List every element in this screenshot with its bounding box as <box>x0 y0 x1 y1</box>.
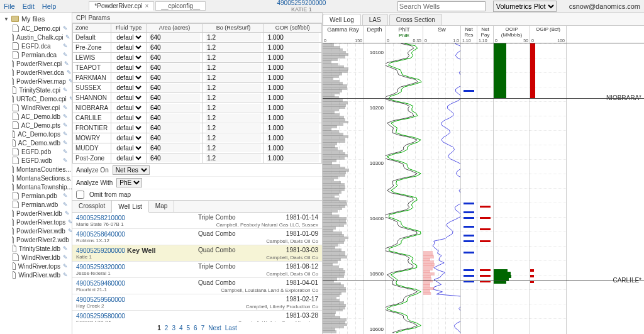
cpi-gor-input[interactable] <box>267 33 319 42</box>
sidebar-file[interactable]: EGFD.pdb✎ <box>0 147 72 156</box>
sidebar-file[interactable]: AC_Demo.tops✎ <box>0 130 72 138</box>
cpi-gor-input[interactable] <box>267 84 319 92</box>
well-row[interactable]: 49005259580000Federal 13X-8A1981-03-28Ca… <box>72 311 322 322</box>
cpi-fluid-select[interactable]: default (Oil) <box>114 94 143 102</box>
cpi-area-input[interactable] <box>149 74 200 82</box>
sidebar-file[interactable]: PowderRiver.cpi✎ <box>0 59 72 68</box>
cpi-area-input[interactable] <box>149 124 200 132</box>
cpi-bo-input[interactable] <box>206 33 261 42</box>
tab-welllog[interactable]: Well Log <box>323 14 361 25</box>
sidebar-file[interactable]: PowderRiver.ldb✎ <box>0 209 72 218</box>
edit-icon[interactable]: ✎ <box>64 60 69 67</box>
cpi-fluid-select[interactable]: default (Oil) <box>114 84 143 92</box>
sidebar-root[interactable]: ▼ My files <box>0 14 72 24</box>
pager-page[interactable]: 2 <box>165 325 169 331</box>
edit-icon[interactable]: ✎ <box>63 52 68 58</box>
tab-map[interactable]: Map <box>149 201 174 212</box>
sidebar-file[interactable]: PowderRiver.dca✎ <box>0 68 72 77</box>
cpi-area-input[interactable] <box>149 43 200 52</box>
tracks-body[interactable]: 101001020010300104001050010600 NIOBRARA*… <box>323 43 644 334</box>
close-icon[interactable]: × <box>145 3 148 9</box>
sidebar-file[interactable]: WindRiver.cpi✎ <box>0 103 72 112</box>
cpi-gor-input[interactable] <box>267 144 319 152</box>
cpi-fluid-select[interactable]: default (Oil) <box>114 134 143 142</box>
edit-icon[interactable]: ✎ <box>65 34 70 40</box>
cpi-bo-input[interactable] <box>206 43 261 52</box>
edit-icon[interactable]: ✎ <box>63 272 68 278</box>
pager-last[interactable]: Last <box>225 325 237 331</box>
edit-icon[interactable]: ✎ <box>63 245 68 252</box>
sidebar-file[interactable]: Permian.wdb✎ <box>0 200 72 209</box>
cpi-gor-input[interactable] <box>267 74 319 82</box>
sidebar-file[interactable]: URTeC_Demo.cpi✎ <box>0 94 72 103</box>
search-input[interactable] <box>397 1 486 11</box>
edit-icon[interactable]: ✎ <box>67 69 72 75</box>
tab-welllist[interactable]: Well List <box>112 201 149 213</box>
cpi-bo-input[interactable] <box>206 84 261 92</box>
cpi-gor-input[interactable] <box>267 114 319 122</box>
menu-help[interactable]: Help <box>42 3 57 10</box>
cpi-bo-input[interactable] <box>206 94 261 102</box>
sidebar-file[interactable]: PowderRiver.map✎ <box>0 77 72 86</box>
cpi-fluid-select[interactable]: default (Oil) <box>114 124 143 132</box>
cpi-fluid-select[interactable]: default (Oil) <box>114 154 143 162</box>
edit-icon[interactable]: ✎ <box>63 122 68 128</box>
well-row[interactable]: 49005259200000 Key WellKatie 1Quad Combo… <box>72 245 322 262</box>
pager-page[interactable]: 3 <box>172 325 175 331</box>
cpi-area-input[interactable] <box>149 114 200 122</box>
edit-icon[interactable]: ✎ <box>69 78 72 84</box>
sidebar-file[interactable]: AC_Demo.cpi✎ <box>0 24 72 33</box>
edit-icon[interactable]: ✎ <box>63 113 68 120</box>
sidebar-file[interactable]: MontanaCounties...✎ <box>0 165 72 174</box>
cpi-bo-input[interactable] <box>206 53 261 62</box>
sidebar-file[interactable]: AC_Demo.ldb✎ <box>0 112 72 121</box>
edit-icon[interactable]: ✎ <box>63 43 68 49</box>
cpi-fluid-select[interactable]: default (Oil) <box>114 114 143 122</box>
pager-next[interactable]: Next <box>208 325 221 331</box>
cpi-area-input[interactable] <box>149 104 200 112</box>
cpi-bo-input[interactable] <box>206 74 261 82</box>
doc-tab[interactable]: *PowderRiver.cpi× <box>89 1 154 11</box>
cpi-fluid-select[interactable]: default (Oil) <box>114 33 143 42</box>
cpi-bo-input[interactable] <box>206 134 261 142</box>
cpi-gor-input[interactable] <box>267 124 319 132</box>
tab-crossplot[interactable]: Crossplot <box>72 201 112 212</box>
edit-icon[interactable]: ✎ <box>68 228 72 234</box>
sidebar-file[interactable]: PowderRiver2.wdb✎ <box>0 235 72 244</box>
sidebar-file[interactable]: Austin_Chalk.cpi✎ <box>0 33 72 42</box>
edit-icon[interactable]: ✎ <box>63 148 68 155</box>
plot-select[interactable]: Volumetrics Plot <box>493 1 557 12</box>
cpi-bo-input[interactable] <box>206 154 261 162</box>
menu-file[interactable]: File <box>4 3 15 10</box>
analyze-on-select[interactable]: Net Res <box>113 165 150 175</box>
pager-page[interactable]: 5 <box>187 325 191 331</box>
sidebar-file[interactable]: Permian.pdb✎ <box>0 191 72 200</box>
edit-icon[interactable]: ✎ <box>63 25 68 31</box>
pager-page[interactable]: 4 <box>179 325 183 331</box>
well-row[interactable]: 49005259320000Jesse-federal 1Triple Comb… <box>72 262 322 278</box>
sidebar-file[interactable]: MontanaTownship...✎ <box>0 182 72 191</box>
sidebar-file[interactable]: EGFD.wdb✎ <box>0 156 72 165</box>
sidebar-file[interactable]: WindRiver.ldb✎ <box>0 253 72 262</box>
sidebar-file[interactable]: PowderRiver.wdb✎ <box>0 226 72 235</box>
cpi-gor-input[interactable] <box>267 154 319 162</box>
edit-icon[interactable]: ✎ <box>63 201 68 208</box>
edit-icon[interactable]: ✎ <box>63 192 68 199</box>
omit-checkbox[interactable] <box>76 191 84 199</box>
cpi-fluid-select[interactable]: default (Oil) <box>114 104 143 112</box>
analyze-with-select[interactable]: PhE <box>116 178 142 187</box>
menu-edit[interactable]: Edit <box>23 3 35 10</box>
well-row[interactable]: 49005258210000Marie State 76-07B 1Triple… <box>72 213 322 229</box>
well-row[interactable]: 49005258640000Robbins 1X-12Quad Combo198… <box>72 229 322 245</box>
cpi-fluid-select[interactable]: default (Oil) <box>114 64 143 72</box>
cpi-area-input[interactable] <box>149 84 200 92</box>
edit-icon[interactable]: ✎ <box>63 131 68 137</box>
edit-icon[interactable]: ✎ <box>63 140 68 146</box>
cpi-area-input[interactable] <box>149 33 200 42</box>
sidebar-file[interactable]: AC_Demo.pts✎ <box>0 121 72 130</box>
cpi-area-input[interactable] <box>149 53 200 62</box>
pager-page[interactable]: 7 <box>201 325 205 331</box>
cpi-gor-input[interactable] <box>267 104 319 112</box>
cpi-gor-input[interactable] <box>267 43 319 52</box>
cpi-area-input[interactable] <box>149 64 200 72</box>
